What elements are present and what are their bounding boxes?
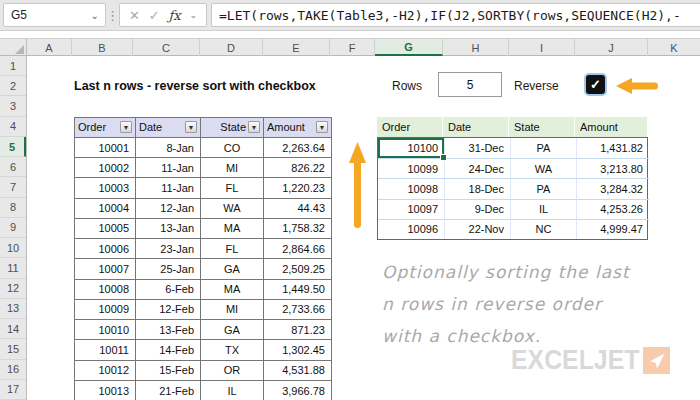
column-header-c[interactable]: C <box>133 39 200 56</box>
cell[interactable]: FL <box>201 239 264 259</box>
column-header-d[interactable]: D <box>200 39 263 56</box>
cell[interactable]: FL <box>201 178 264 198</box>
cell[interactable]: 1,758.32 <box>264 219 331 239</box>
cell[interactable]: PA <box>510 138 576 158</box>
row-header-8[interactable]: 8 <box>0 198 26 218</box>
cell[interactable]: 9-Dec <box>444 199 510 219</box>
column-header-a[interactable]: A <box>27 39 72 56</box>
cell[interactable]: 3,284.32 <box>576 178 649 198</box>
cell[interactable]: 10096 <box>378 219 444 239</box>
column-header-g[interactable]: G <box>375 39 443 56</box>
filter-dropdown-icon[interactable]: ▼ <box>248 121 260 133</box>
cell[interactable]: MI <box>201 300 264 320</box>
cell[interactable]: MI <box>201 158 264 178</box>
cell[interactable]: 8-Jan <box>136 138 201 158</box>
source-header-state[interactable]: State ▼ <box>201 118 264 138</box>
cell[interactable]: TX <box>201 340 264 360</box>
row-header-3[interactable]: 3 <box>0 96 26 116</box>
cell[interactable]: 44.43 <box>264 199 331 219</box>
row-header-12[interactable]: 12 <box>0 279 26 299</box>
cell[interactable]: 22-Nov <box>444 219 510 239</box>
row-header-17[interactable]: 17 <box>0 380 26 400</box>
cell[interactable]: 6-Feb <box>136 280 201 300</box>
row-header-6[interactable]: 6 <box>0 157 26 177</box>
cell[interactable]: 10012 <box>75 361 136 381</box>
select-all-corner[interactable] <box>0 39 27 56</box>
row-header-13[interactable]: 13 <box>0 299 26 319</box>
cell[interactable]: 10009 <box>75 300 136 320</box>
cell[interactable]: 1,449.50 <box>264 280 331 300</box>
cell[interactable]: 826.22 <box>264 158 331 178</box>
insert-function-icon[interactable]: ƒx <box>168 8 180 23</box>
row-header-14[interactable]: 14 <box>0 319 26 339</box>
cell[interactable]: 10005 <box>75 219 136 239</box>
cell[interactable]: 2,263.64 <box>264 138 331 158</box>
cell[interactable]: 4,531.88 <box>264 361 331 381</box>
cell[interactable]: CO <box>201 138 264 158</box>
result-header-state[interactable]: State <box>509 117 575 137</box>
cell[interactable]: MA <box>201 219 264 239</box>
cell[interactable]: 1,431.82 <box>576 138 649 158</box>
cell[interactable]: 3,213.80 <box>576 158 649 178</box>
column-header-f[interactable]: F <box>330 39 375 56</box>
column-header-j[interactable]: J <box>575 39 648 56</box>
cell[interactable]: WA <box>201 199 264 219</box>
column-header-b[interactable]: B <box>72 39 133 56</box>
row-header-5[interactable]: 5 <box>0 137 26 157</box>
row-header-2[interactable]: 2 <box>0 76 26 96</box>
cell[interactable]: 4,253.26 <box>576 199 649 219</box>
rows-input[interactable]: 5 <box>438 72 502 97</box>
cell[interactable]: WA <box>510 158 576 178</box>
cell[interactable]: 10004 <box>75 199 136 219</box>
row-header-4[interactable]: 4 <box>0 117 26 137</box>
cell[interactable]: 10006 <box>75 239 136 259</box>
cell[interactable]: 10099 <box>378 158 444 178</box>
cell[interactable]: 10008 <box>75 280 136 300</box>
cell[interactable]: PA <box>510 178 576 198</box>
cell[interactable]: 10100 <box>378 138 444 158</box>
cell[interactable]: 10007 <box>75 259 136 279</box>
column-header-i[interactable]: I <box>509 39 575 56</box>
cell[interactable]: 13-Jan <box>136 219 201 239</box>
cell[interactable]: 10002 <box>75 158 136 178</box>
cell[interactable]: 2,733.66 <box>264 300 331 320</box>
cell[interactable]: GA <box>201 320 264 340</box>
cell[interactable]: IL <box>201 381 264 400</box>
cell[interactable]: 871.23 <box>264 320 331 340</box>
row-header-9[interactable]: 9 <box>0 218 26 238</box>
row-header-7[interactable]: 7 <box>0 177 26 197</box>
cell[interactable]: IL <box>510 199 576 219</box>
cell[interactable]: 10001 <box>75 138 136 158</box>
cell[interactable]: NC <box>510 219 576 239</box>
cell[interactable]: 14-Feb <box>136 340 201 360</box>
row-header-10[interactable]: 10 <box>0 238 26 258</box>
cell[interactable]: 12-Feb <box>136 300 201 320</box>
cell[interactable]: 10013 <box>75 381 136 400</box>
cell[interactable]: 2,864.66 <box>264 239 331 259</box>
filter-dropdown-icon[interactable]: ▼ <box>185 121 197 133</box>
cell[interactable]: OR <box>201 361 264 381</box>
source-header-order[interactable]: Order ▼ <box>75 118 136 138</box>
result-header-date[interactable]: Date <box>443 117 509 137</box>
cell[interactable]: 10097 <box>378 199 444 219</box>
filter-dropdown-icon[interactable]: ▼ <box>120 121 132 133</box>
row-header-11[interactable]: 11 <box>0 258 26 278</box>
cell[interactable]: 4,999.47 <box>576 219 649 239</box>
column-header-h[interactable]: H <box>443 39 509 56</box>
row-header-1[interactable]: 1 <box>0 56 26 76</box>
cell[interactable]: GA <box>201 259 264 279</box>
cell[interactable]: 10098 <box>378 178 444 198</box>
filter-dropdown-icon[interactable]: ▼ <box>316 121 328 133</box>
cell[interactable]: 2,509.25 <box>264 259 331 279</box>
cell[interactable]: 1,220.23 <box>264 178 331 198</box>
cell[interactable]: 1,302.45 <box>264 340 331 360</box>
fx-chevron-icon[interactable]: ⌄ <box>190 10 198 20</box>
source-header-amount[interactable]: Amount ▼ <box>264 118 331 138</box>
cell[interactable]: 24-Dec <box>444 158 510 178</box>
column-header-e[interactable]: E <box>263 39 330 56</box>
cell[interactable]: 23-Jan <box>136 239 201 259</box>
cell[interactable]: 10011 <box>75 340 136 360</box>
cell[interactable]: 11-Jan <box>136 178 201 198</box>
cell[interactable]: 25-Jan <box>136 259 201 279</box>
cell[interactable]: 13-Feb <box>136 320 201 340</box>
